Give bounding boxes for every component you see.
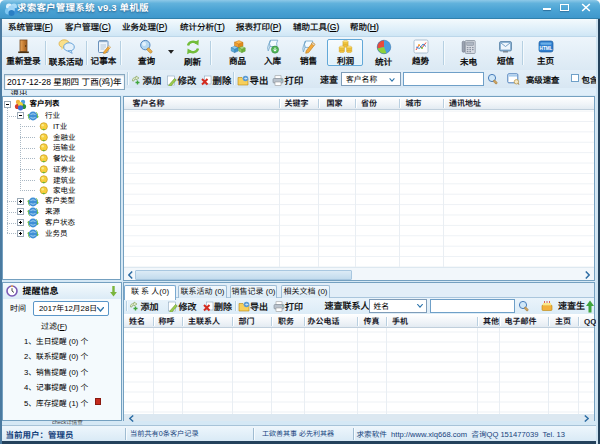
svg-text:HTML: HTML bbox=[539, 46, 552, 51]
